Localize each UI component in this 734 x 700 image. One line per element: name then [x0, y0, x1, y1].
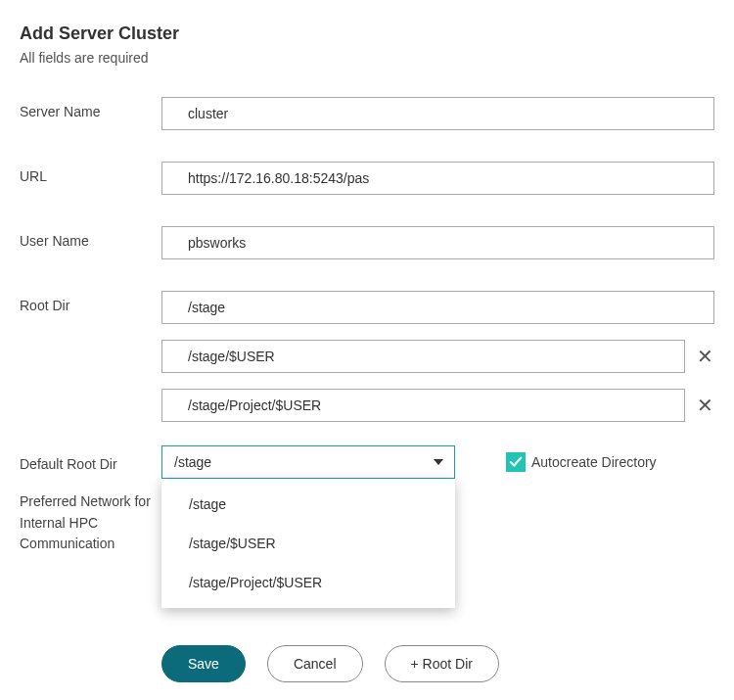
form-title: Add Server Cluster — [20, 23, 714, 44]
default-root-dir-dropdown: /stage /stage/$USER /stage/Project/$USER — [161, 479, 455, 608]
dropdown-option-1[interactable]: /stage — [161, 485, 455, 524]
close-icon[interactable]: ✕ — [695, 394, 714, 417]
default-root-dir-selected-value: /stage — [174, 454, 211, 470]
close-icon[interactable]: ✕ — [695, 345, 714, 368]
label-root-dir: Root Dir — [20, 291, 161, 316]
autocreate-label: Autocreate Directory — [531, 454, 657, 470]
url-input[interactable] — [161, 162, 714, 195]
root-dir-input[interactable] — [161, 291, 714, 324]
autocreate-checkbox[interactable] — [506, 452, 526, 472]
label-user-name: User Name — [20, 226, 161, 252]
extra-root-dir-input-2[interactable] — [161, 389, 685, 422]
cancel-button[interactable]: Cancel — [267, 645, 363, 682]
label-preferred-network: Preferred Network for Internal HPC Commu… — [20, 491, 161, 555]
dropdown-option-2[interactable]: /stage/$USER — [161, 524, 455, 563]
form-subtitle: All fields are required — [20, 50, 714, 66]
default-root-dir-select[interactable]: /stage — [161, 445, 455, 479]
check-icon — [509, 455, 523, 469]
label-server-name: Server Name — [20, 97, 161, 122]
save-button[interactable]: Save — [161, 645, 246, 682]
extra-root-dir-input-1[interactable] — [161, 340, 685, 373]
user-name-input[interactable] — [161, 226, 714, 259]
label-url: URL — [20, 162, 161, 187]
server-name-input[interactable] — [161, 97, 714, 130]
dropdown-option-3[interactable]: /stage/Project/$USER — [161, 563, 455, 602]
add-root-dir-button[interactable]: + Root Dir — [385, 645, 499, 682]
label-default-root-dir: Default Root Dir — [20, 449, 161, 475]
